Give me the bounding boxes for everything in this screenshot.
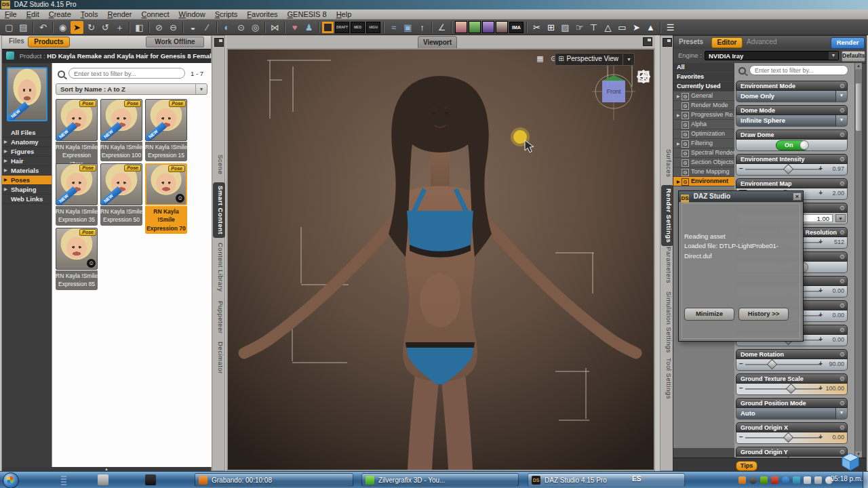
pose-tile-selected[interactable]: Pose☺ RN Kayla !SmileExpression 70 xyxy=(145,163,187,234)
draw-dome-toggle[interactable]: On xyxy=(776,140,808,150)
shirt-icon[interactable]: ⊤ xyxy=(587,21,600,34)
decrement[interactable]: − xyxy=(739,165,743,172)
tab-products[interactable]: Products xyxy=(28,37,70,47)
decrement[interactable]: − xyxy=(739,360,743,367)
menu-render[interactable]: Render xyxy=(102,9,136,19)
tab-content-library[interactable]: Content Library xyxy=(213,239,225,295)
menu-favorites[interactable]: Favorites xyxy=(242,9,282,19)
sidebar-item-shaping[interactable]: ▶Shaping xyxy=(2,185,52,195)
new-document-icon[interactable]: ▢ xyxy=(3,21,16,34)
node-selection-tool-icon[interactable]: ➤ xyxy=(71,21,83,34)
filter-input[interactable] xyxy=(68,68,185,79)
sliders-icon[interactable]: ☰ xyxy=(664,21,677,34)
tab-tool-settings[interactable]: Tool Settings xyxy=(661,354,673,403)
clapper-icon[interactable]: ▭ xyxy=(616,21,629,34)
pan-view-icon[interactable] xyxy=(637,89,650,103)
content-thumb-3[interactable] xyxy=(482,21,494,33)
pane-options-icon[interactable] xyxy=(663,38,672,47)
sidebar-item-poses[interactable]: ▶Poses xyxy=(2,176,52,185)
tab-files[interactable]: Files xyxy=(9,37,24,45)
tab-parameters[interactable]: Parameters xyxy=(661,243,673,287)
category-general[interactable]: ▶GGeneral xyxy=(673,92,734,101)
tab-scene[interactable]: Scene xyxy=(213,151,225,178)
gear-icon[interactable]: ⚙ xyxy=(840,81,845,91)
value[interactable]: 0.00 xyxy=(824,287,844,294)
content-thumb-1[interactable] xyxy=(455,21,467,33)
menu-tools[interactable]: Tools xyxy=(76,9,103,19)
disc-icon[interactable]: ◐ xyxy=(220,21,233,34)
work-offline-button[interactable]: Work Offline xyxy=(146,37,204,47)
tab-render-settings[interactable]: Render Settings xyxy=(661,185,673,246)
sidebar-item-materials[interactable]: ▶Materials xyxy=(2,166,52,176)
value[interactable]: 0.00 xyxy=(824,336,844,343)
ground-position-mode-dropdown[interactable]: Auto▼ xyxy=(736,408,848,420)
slider-thumb[interactable] xyxy=(783,432,794,443)
increment[interactable]: + xyxy=(818,189,823,197)
gear-icon[interactable]: ⚙ xyxy=(840,155,845,164)
gear-icon[interactable]: ⚙ xyxy=(840,350,845,359)
tray-display-icon[interactable] xyxy=(814,476,822,484)
hand-icon[interactable]: ☞ xyxy=(573,21,586,34)
slider-thumb[interactable] xyxy=(783,164,794,175)
sidebar-item-hair[interactable]: ▶Hair xyxy=(2,157,52,166)
image-icon[interactable]: ▣ xyxy=(401,21,414,34)
gear-icon[interactable]: ⚙ xyxy=(840,277,845,286)
render-button[interactable]: Render xyxy=(831,37,865,49)
category-alpha[interactable]: GAlpha xyxy=(673,120,734,129)
tab-decimator[interactable]: Decimator xyxy=(213,338,225,378)
slider-track[interactable] xyxy=(745,437,821,439)
gear-icon[interactable]: ⚙ xyxy=(840,203,845,213)
bird-icon[interactable]: ⋈ xyxy=(269,21,281,34)
tray-volume-mixer-icon[interactable] xyxy=(771,476,778,484)
value[interactable]: 0.97 xyxy=(824,165,844,172)
menu-file[interactable]: File xyxy=(0,9,22,19)
tab-smart-content[interactable]: Smart Content xyxy=(213,182,225,238)
chevron-down-icon[interactable]: ▼ xyxy=(835,214,846,222)
hatch-icon[interactable]: ▨ xyxy=(559,21,572,34)
pane-options-icon[interactable] xyxy=(214,38,224,47)
start-button[interactable] xyxy=(3,472,19,488)
frame-view-icon[interactable] xyxy=(637,129,650,142)
product-thumbnail[interactable]: NEW xyxy=(7,67,47,121)
tray-update-icon[interactable] xyxy=(782,476,789,484)
slider-thumb[interactable] xyxy=(766,359,777,370)
rotate-tool-icon[interactable]: ↺ xyxy=(99,21,112,34)
gear-icon[interactable]: ⚙ xyxy=(840,130,845,140)
scrollbar-thumb[interactable] xyxy=(856,83,861,131)
tab-editor[interactable]: Editor xyxy=(711,37,743,48)
pose-tile[interactable]: Pose☺ RN Kayla !SmileExpression 85 xyxy=(56,228,98,290)
pump-delete-icon[interactable]: ⊖ xyxy=(167,21,180,34)
sidebar-item-figures[interactable]: ▶Figures xyxy=(2,147,52,157)
photo-camera-icon[interactable]: ⊙ xyxy=(235,21,248,34)
category-optimization[interactable]: GOptimization xyxy=(673,129,734,139)
save-icon[interactable]: ▤ xyxy=(17,21,30,34)
minimize-button[interactable]: Minimize xyxy=(684,308,734,321)
slider-track[interactable] xyxy=(745,364,821,365)
taskbar-button-grabando[interactable]: Grabando: 00:10:08 xyxy=(195,473,353,487)
increment[interactable]: + xyxy=(818,384,823,392)
increment[interactable]: + xyxy=(818,336,823,343)
value[interactable]: 512 xyxy=(824,239,844,245)
clock[interactable]: 05:18 p.m. xyxy=(831,475,863,483)
translate-tool-icon[interactable]: ＋ xyxy=(113,21,126,34)
category-spectral-rendering[interactable]: GSpectral Rendering xyxy=(673,148,734,158)
increment[interactable]: + xyxy=(818,238,823,245)
category-currently-used[interactable]: Currently Used xyxy=(673,82,734,92)
tab-surfaces[interactable]: Surfaces xyxy=(661,146,673,181)
category-progressive-rendering[interactable]: ▶GProgressive Re... xyxy=(673,110,734,120)
quick-launch-icon-1[interactable] xyxy=(98,474,108,485)
content-thumb-4[interactable] xyxy=(496,21,508,33)
sort-dropdown[interactable]: Sort by Name : A to Z ▼ xyxy=(56,83,208,95)
aux-viewport-icon[interactable] xyxy=(322,22,334,33)
sidebar-item-all-files[interactable]: All Files xyxy=(2,128,52,138)
dialog-title-bar[interactable]: DS DAZ Studio × xyxy=(679,191,803,202)
engine-dropdown[interactable]: NVIDIA Iray ▼ xyxy=(705,51,839,60)
environment-mode-dropdown[interactable]: Dome Only▼ xyxy=(736,91,848,102)
settings-filter-input[interactable] xyxy=(749,65,848,75)
value[interactable]: 0.00 xyxy=(824,312,844,319)
camera-icon[interactable]: ◉ xyxy=(56,21,69,34)
menu-connect[interactable]: Connect xyxy=(137,9,174,19)
sidebar-item-web-links[interactable]: Web Links xyxy=(2,195,52,204)
brush-icon[interactable]: ∕ xyxy=(201,21,214,34)
increment[interactable]: + xyxy=(818,165,823,172)
